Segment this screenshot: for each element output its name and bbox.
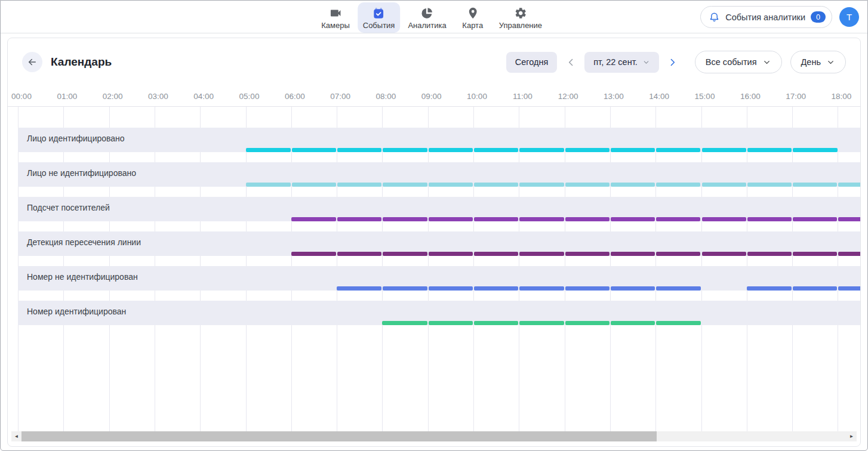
event-bar-segment[interactable]: [838, 286, 860, 291]
date-picker-button[interactable]: пт, 22 сент.: [584, 52, 658, 73]
hour-label: 07:00: [330, 92, 350, 101]
event-bar-segment[interactable]: [565, 321, 610, 325]
event-bar-segment[interactable]: [747, 252, 792, 256]
hour-label: 13:00: [604, 92, 624, 101]
event-bar-segment[interactable]: [611, 321, 655, 325]
scrollbar-track[interactable]: [21, 431, 847, 441]
pin-icon: [466, 6, 479, 20]
event-bar-segment[interactable]: [747, 148, 792, 152]
event-bar-segment[interactable]: [611, 183, 655, 187]
scrollbar-right-arrow[interactable]: ►: [847, 431, 857, 441]
event-bar-segment[interactable]: [656, 217, 700, 221]
event-bar-segment[interactable]: [383, 252, 427, 256]
event-bar-segment[interactable]: [702, 217, 746, 221]
next-day-button[interactable]: [665, 54, 681, 70]
timeline-row: Подсчет посетителей: [18, 197, 860, 221]
event-bar-segment[interactable]: [611, 217, 655, 221]
event-bar-segment[interactable]: [565, 183, 610, 187]
hour-label: 17:00: [786, 92, 806, 101]
event-bar-segment[interactable]: [337, 183, 381, 187]
event-bar-segment[interactable]: [383, 217, 427, 221]
event-bar-segment[interactable]: [793, 217, 837, 221]
horizontal-scrollbar[interactable]: ◄ ►: [11, 431, 857, 441]
event-bar-segment[interactable]: [429, 286, 473, 291]
event-bar-segment[interactable]: [747, 286, 792, 291]
today-button[interactable]: Сегодня: [506, 52, 558, 73]
event-bar-segment[interactable]: [519, 183, 564, 187]
tab-cameras[interactable]: Камеры: [316, 2, 355, 33]
event-filter-dropdown[interactable]: Все события: [695, 51, 782, 73]
tab-label: События: [363, 21, 395, 30]
event-bar-segment[interactable]: [565, 252, 610, 256]
event-bar-segment[interactable]: [656, 252, 700, 256]
event-bar-segment[interactable]: [429, 321, 473, 325]
event-bar-segment[interactable]: [747, 183, 792, 187]
event-bar-segment[interactable]: [474, 148, 518, 152]
event-bar-segment[interactable]: [611, 148, 655, 152]
event-bar-segment[interactable]: [656, 148, 700, 152]
event-bar-segment[interactable]: [474, 183, 518, 187]
chevron-right-icon: [667, 57, 678, 67]
event-bar-segment[interactable]: [429, 148, 473, 152]
tab-map[interactable]: Карта: [454, 2, 491, 33]
event-bar-segment[interactable]: [382, 321, 427, 325]
event-bar-segment[interactable]: [611, 252, 655, 256]
timeline-grid: Лицо идентифицированоЛицо не идентифицир…: [8, 106, 860, 432]
event-bar-segment[interactable]: [656, 286, 701, 291]
event-bar-segment[interactable]: [429, 217, 473, 221]
event-bar-segment[interactable]: [793, 252, 837, 256]
event-bar-segment[interactable]: [656, 321, 701, 325]
page-title: Календарь: [51, 55, 112, 69]
view-mode-dropdown[interactable]: День: [790, 51, 846, 73]
event-bar-segment[interactable]: [292, 148, 336, 152]
event-bar-segment[interactable]: [611, 286, 655, 291]
event-bar-segment[interactable]: [383, 183, 427, 187]
event-bar-segment[interactable]: [519, 252, 564, 256]
event-bar-segment[interactable]: [291, 252, 336, 256]
scrollbar-left-arrow[interactable]: ◄: [11, 431, 21, 441]
event-bar-segment[interactable]: [519, 148, 564, 152]
event-bar-segment[interactable]: [383, 148, 427, 152]
event-bar-segment[interactable]: [337, 148, 381, 152]
tab-management[interactable]: Управление: [494, 2, 547, 33]
event-bar-segment[interactable]: [292, 183, 336, 187]
analytics-events-button[interactable]: События аналитики 0: [700, 6, 832, 28]
prev-day-button[interactable]: [563, 54, 578, 70]
event-bar-segment[interactable]: [793, 148, 838, 152]
event-bar-segment[interactable]: [474, 286, 518, 291]
event-bar-segment[interactable]: [383, 286, 427, 291]
event-bar-segment[interactable]: [291, 217, 336, 221]
event-bar-segment[interactable]: [565, 217, 610, 221]
event-bar-segment[interactable]: [702, 148, 746, 152]
event-bar-segment[interactable]: [246, 148, 291, 152]
event-bar-segment[interactable]: [838, 217, 860, 221]
event-bar-segment[interactable]: [656, 183, 700, 187]
event-bar-segment[interactable]: [519, 286, 564, 291]
event-bar-segment[interactable]: [565, 148, 610, 152]
event-bar-segment[interactable]: [474, 321, 518, 325]
back-button[interactable]: [22, 52, 42, 72]
timeline-row-label: Номер не идентифицирован: [27, 272, 138, 282]
event-bar-segment[interactable]: [429, 183, 473, 187]
event-bar-segment[interactable]: [565, 286, 610, 291]
event-bar-segment[interactable]: [337, 252, 381, 256]
event-bar-segment[interactable]: [702, 252, 746, 256]
event-bar-segment[interactable]: [519, 217, 564, 221]
event-bar-segment[interactable]: [747, 217, 792, 221]
event-bar-segment[interactable]: [474, 217, 518, 221]
event-bar-segment[interactable]: [474, 252, 518, 256]
event-bar-segment[interactable]: [337, 286, 381, 291]
event-bar-segment[interactable]: [337, 217, 381, 221]
event-bar-segment[interactable]: [429, 252, 473, 256]
user-avatar[interactable]: T: [839, 7, 859, 27]
event-bar-segment[interactable]: [793, 286, 837, 291]
event-bar-segment[interactable]: [838, 252, 860, 256]
event-bar-segment[interactable]: [702, 183, 746, 187]
event-bar-segment[interactable]: [519, 321, 564, 325]
event-bar-segment[interactable]: [838, 183, 860, 187]
event-bar-segment[interactable]: [246, 183, 291, 187]
tab-events[interactable]: События: [358, 2, 401, 33]
event-bar-segment[interactable]: [793, 183, 837, 187]
scrollbar-thumb[interactable]: [21, 431, 657, 441]
tab-analytics[interactable]: Аналитика: [402, 2, 451, 33]
